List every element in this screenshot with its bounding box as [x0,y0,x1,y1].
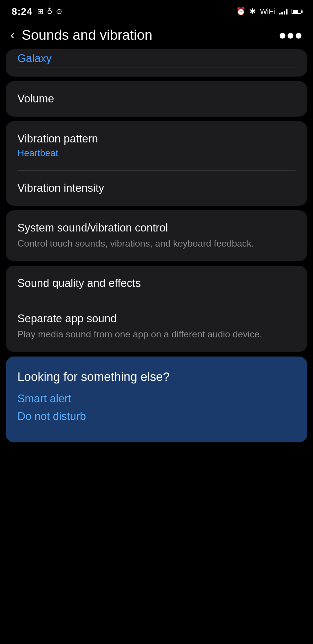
volume-item[interactable]: Volume [6,81,307,117]
toolbar: ‹ Sounds and vibration ●●● [0,20,313,49]
status-bar: 8:24 ⊞ ♁ ⊙ ⏰ ✱ WiFi [0,0,313,20]
vibration-pattern-subtitle: Heartbeat [17,147,296,159]
content-area: Galaxy Volume Vibration pattern Heartbea… [0,49,313,451]
sound-quality-item[interactable]: Sound quality and effects [6,266,307,301]
vibration-pattern-item[interactable]: Vibration pattern Heartbeat [6,121,307,170]
system-sound-card[interactable]: System sound/vibration control Control t… [6,210,307,261]
toolbar-left: ‹ Sounds and vibration [10,27,152,43]
system-sound-desc: Control touch sounds, vibrations, and ke… [17,237,296,250]
vibration-pattern-title: Vibration pattern [17,132,296,146]
data-saver-icon: ♁ [47,7,52,16]
status-left-icons: ⊞ ♁ ⊙ [37,7,62,16]
sim-card-icon: ⊞ [37,7,43,16]
page-title: Sounds and vibration [22,27,152,43]
separate-app-sound-title: Separate app sound [17,312,296,325]
vibration-intensity-item[interactable]: Vibration intensity [6,171,307,206]
alarm-icon: ⏰ [236,7,245,16]
galaxy-text: Galaxy [17,52,52,64]
galaxy-card[interactable]: Galaxy [6,49,307,77]
volume-title: Volume [17,93,54,105]
separate-app-sound-desc: Play media sound from one app on a diffe… [17,328,296,341]
suggestion-card: Looking for something else? Smart alert … [6,357,307,442]
back-button[interactable]: ‹ [10,28,15,41]
do-not-disturb-link[interactable]: Do not disturb [17,410,296,423]
battery-icon [292,9,301,14]
bluetooth-icon: ✱ [250,7,256,16]
sound-quality-title: Sound quality and effects [17,277,296,290]
system-sound-title: System sound/vibration control [17,221,296,235]
search-button[interactable]: ●●● [279,27,303,43]
spotify-icon: ⊙ [56,7,62,16]
sound-quality-card: Sound quality and effects Separate app s… [6,266,307,352]
wifi-icon: WiFi [260,7,275,16]
system-sound-item[interactable]: System sound/vibration control Control t… [6,210,307,261]
suggestion-title: Looking for something else? [17,370,296,384]
status-right-icons: ⏰ ✱ WiFi [236,7,301,16]
volume-card[interactable]: Volume [6,81,307,117]
vibration-card: Vibration pattern Heartbeat Vibration in… [6,121,307,206]
smart-alert-link[interactable]: Smart alert [17,392,296,405]
signal-icon [279,8,287,15]
status-time: 8:24 [12,6,32,17]
separate-app-sound-item[interactable]: Separate app sound Play media sound from… [6,301,307,352]
vibration-intensity-title: Vibration intensity [17,182,296,195]
